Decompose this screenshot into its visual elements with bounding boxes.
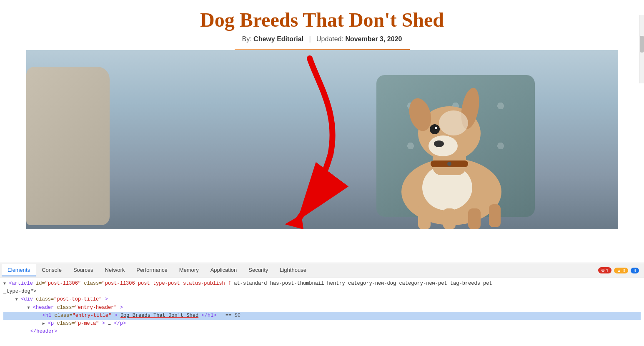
svg-point-16 xyxy=(447,162,451,166)
svg-point-5 xyxy=(434,140,444,147)
expand-icon[interactable]: ▼ xyxy=(3,281,6,286)
warning-badge: ▲ 3 xyxy=(614,268,628,273)
scrollbar-thumb[interactable] xyxy=(640,36,644,53)
dom-line-2: ▼ <div class="post-top-title" > xyxy=(3,296,641,303)
svg-rect-14 xyxy=(489,204,501,227)
svg-rect-12 xyxy=(443,208,456,229)
updated-date: November 3, 2020 xyxy=(345,35,402,43)
error-icon: ⊗ xyxy=(601,268,605,273)
tab-sources[interactable]: Sources xyxy=(68,264,99,276)
devtools-scrollbar[interactable] xyxy=(639,15,644,83)
author-name: Chewy Editorial xyxy=(253,35,303,43)
dom-line-4-selected[interactable]: <h1 class="entry-title" > Dog Breeds Tha… xyxy=(3,312,641,320)
devtools-panel: Elements Console Sources Network Perform… xyxy=(0,263,644,346)
tab-application[interactable]: Application xyxy=(205,264,243,276)
dom-line-1b: _type-dog"> xyxy=(3,288,641,296)
error-count: 1 xyxy=(606,268,609,273)
hero-image xyxy=(26,50,618,229)
tab-security[interactable]: Security xyxy=(243,264,274,276)
expand-icon-5[interactable]: ▶ xyxy=(43,321,45,326)
expand-icon-2[interactable]: ▼ xyxy=(15,297,18,302)
pillow-left xyxy=(26,67,110,225)
dom-inspector: ▼ <article id="post-11306" class="post-1… xyxy=(0,278,644,346)
warning-icon: ▲ xyxy=(617,268,621,273)
devtools-badges: ⊗ 1 ▲ 3 4 xyxy=(598,267,642,273)
tab-performance[interactable]: Performance xyxy=(130,264,173,276)
tab-lighthouse[interactable]: Lighthouse xyxy=(274,264,312,276)
expand-icon-3[interactable]: ▼ xyxy=(28,306,30,310)
devtools-tabs-bar: Elements Console Sources Network Perform… xyxy=(0,263,644,278)
svg-point-10 xyxy=(439,110,468,135)
updated-prefix: Updated: xyxy=(316,35,343,43)
dom-line-6: </header> xyxy=(3,328,641,336)
byline: By: Chewy Editorial | Updated: November … xyxy=(242,35,402,43)
byline-prefix: By: xyxy=(242,35,252,43)
dom-line-3: ▼ <header class="entry-header" > xyxy=(3,304,641,312)
tab-network[interactable]: Network xyxy=(99,264,131,276)
page-title: Dog Breeds That Don't Shed xyxy=(200,8,444,31)
dom-line-5: ▶ <p class="p-meta" > … </p> xyxy=(3,320,641,328)
separator: | xyxy=(309,35,311,43)
svg-point-6 xyxy=(430,124,440,134)
svg-point-4 xyxy=(428,135,458,156)
webpage-content: Dog Breeds That Don't Shed By: Chewy Edi… xyxy=(0,0,644,263)
svg-rect-13 xyxy=(468,208,481,229)
tab-memory[interactable]: Memory xyxy=(173,264,205,276)
dom-line-1: ▼ <article id="post-11306" class="post-1… xyxy=(3,280,641,288)
warning-count: 3 xyxy=(623,268,625,273)
tab-console[interactable]: Console xyxy=(36,264,68,276)
svg-rect-11 xyxy=(418,204,431,229)
error-badge: ⊗ 1 xyxy=(598,267,611,273)
info-badge: 4 xyxy=(631,268,639,273)
svg-point-7 xyxy=(435,127,437,129)
dog-image xyxy=(347,50,556,229)
info-count: 4 xyxy=(634,268,636,273)
tab-elements[interactable]: Elements xyxy=(2,264,36,276)
